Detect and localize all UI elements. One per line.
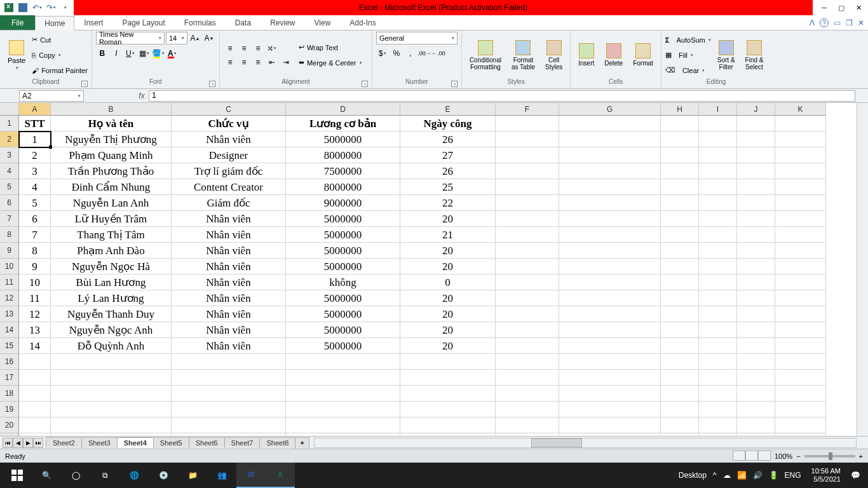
row-header-18[interactable]: 18 (0, 386, 19, 402)
taskbar-app-icon-1[interactable]: 💿 (149, 463, 178, 488)
start-button[interactable] (3, 463, 32, 488)
cell-J11[interactable] (737, 274, 775, 290)
cell-K2[interactable] (775, 132, 826, 147)
cell-C1[interactable]: Chức vụ (172, 116, 286, 132)
autosum-button[interactable]: Σ AutoSum▾ (665, 33, 711, 47)
cell-I9[interactable] (699, 243, 737, 259)
wrap-text-button[interactable]: ↩Wrap Text (299, 41, 362, 55)
borders-button[interactable]: ▦▾ (138, 47, 151, 60)
cell-A1[interactable]: STT (19, 116, 51, 132)
font-color-button[interactable]: A▾ (166, 47, 179, 60)
cell-E2[interactable]: 26 (400, 132, 496, 147)
column-header-F[interactable]: F (496, 103, 559, 116)
cell-B19[interactable] (51, 402, 172, 417)
cell-G1[interactable] (559, 116, 661, 132)
cell-C14[interactable]: Nhân viên (172, 322, 286, 338)
cell-E15[interactable]: 20 (400, 338, 496, 354)
cell-H1[interactable] (661, 116, 699, 132)
cell-E9[interactable]: 20 (400, 243, 496, 259)
shrink-font-button[interactable]: A▼ (203, 32, 215, 44)
row-header-7[interactable]: 7 (0, 211, 19, 227)
cell-J9[interactable] (737, 243, 775, 259)
cell-K3[interactable] (775, 147, 826, 163)
cell-C8[interactable]: Nhân viên (172, 227, 286, 243)
tab-review[interactable]: Review (261, 15, 304, 30)
cell-C2[interactable]: Nhân viên (172, 132, 286, 147)
sheet-nav-first[interactable]: ⏮ (3, 438, 13, 448)
cell-H11[interactable] (661, 274, 699, 290)
fill-button[interactable]: ▦ Fill▾ (665, 48, 711, 62)
cell-F16[interactable] (496, 354, 559, 370)
cell-B6[interactable]: Nguyễn Lan Anh (51, 195, 172, 211)
cell-I18[interactable] (699, 386, 737, 402)
fill-color-button[interactable]: 🪣▾ (152, 47, 165, 60)
tab-page-layout[interactable]: Page Layout (112, 15, 174, 30)
cell-D3[interactable]: 8000000 (286, 147, 400, 163)
align-middle-button[interactable]: ≡ (238, 42, 250, 55)
paste-button[interactable]: Paste ▾ (4, 39, 29, 72)
row-header-6[interactable]: 6 (0, 195, 19, 211)
cell-E20[interactable] (400, 417, 496, 433)
copy-button[interactable]: ⎘Copy▾ (32, 48, 88, 62)
cell-C19[interactable] (172, 402, 286, 417)
cell-J2[interactable] (737, 132, 775, 147)
cut-button[interactable]: ✂Cut (32, 33, 88, 47)
page-break-view-button[interactable] (758, 451, 771, 461)
tab-addins[interactable]: Add-Ins (340, 15, 385, 30)
bold-button[interactable]: B (96, 47, 109, 60)
taskbar-explorer-icon[interactable]: 📁 (178, 463, 207, 488)
font-dialog-launcher[interactable]: ↘ (209, 81, 215, 87)
tray-wifi-icon[interactable]: 📶 (737, 471, 747, 480)
cell-J16[interactable] (737, 354, 775, 370)
cell-K18[interactable] (775, 386, 826, 402)
cell-F13[interactable] (496, 306, 559, 322)
cell-F11[interactable] (496, 274, 559, 290)
sheet-tab-sheet2[interactable]: Sheet2 (46, 437, 82, 448)
cell-A14[interactable]: 13 (19, 322, 51, 338)
cell-I3[interactable] (699, 147, 737, 163)
tab-view[interactable]: View (305, 15, 341, 30)
find-select-button[interactable]: Find & Select (742, 39, 768, 72)
sheet-tab-sheet3[interactable]: Sheet3 (81, 437, 118, 448)
cell-C21[interactable] (172, 433, 286, 436)
column-header-B[interactable]: B (51, 103, 172, 116)
cell-A11[interactable]: 10 (19, 274, 51, 290)
column-header-G[interactable]: G (559, 103, 661, 116)
cell-I2[interactable] (699, 132, 737, 147)
cell-J13[interactable] (737, 306, 775, 322)
row-header-2[interactable]: 2 (0, 132, 19, 147)
conditional-formatting-button[interactable]: Conditional Formatting (466, 39, 505, 72)
cell-K8[interactable] (775, 227, 826, 243)
cell-F6[interactable] (496, 195, 559, 211)
cell-K19[interactable] (775, 402, 826, 417)
window-minimize-icon[interactable]: ▭ (834, 18, 841, 27)
column-header-D[interactable]: D (286, 103, 400, 116)
column-header-K[interactable]: K (775, 103, 826, 116)
vertical-scrollbar[interactable] (857, 103, 868, 436)
cell-G12[interactable] (559, 290, 661, 306)
tab-insert[interactable]: Insert (74, 15, 112, 30)
cell-H18[interactable] (661, 386, 699, 402)
cell-G9[interactable] (559, 243, 661, 259)
excel-icon[interactable] (3, 1, 15, 14)
cell-H6[interactable] (661, 195, 699, 211)
cell-F2[interactable] (496, 132, 559, 147)
sheet-tab-sheet4[interactable]: Sheet4 (117, 437, 154, 448)
cell-H16[interactable] (661, 354, 699, 370)
sheet-nav-last[interactable]: ⏭ (33, 438, 43, 448)
cell-A18[interactable] (19, 386, 51, 402)
format-cells-button[interactable]: Format (629, 42, 657, 68)
cell-H7[interactable] (661, 211, 699, 227)
cell-B20[interactable] (51, 417, 172, 433)
sheet-nav-prev[interactable]: ◀ (13, 438, 23, 448)
decrease-decimal-button[interactable]: ←.00 (432, 47, 445, 60)
cell-B18[interactable] (51, 386, 172, 402)
cell-I7[interactable] (699, 211, 737, 227)
cell-J4[interactable] (737, 163, 775, 179)
name-box[interactable]: A2▾ (19, 90, 84, 102)
format-painter-button[interactable]: 🖌Format Painter (32, 64, 88, 78)
align-right-button[interactable]: ≡ (252, 56, 264, 69)
undo-button[interactable]: ↶▾ (31, 1, 43, 14)
cell-K21[interactable] (775, 433, 826, 436)
cell-F5[interactable] (496, 179, 559, 195)
